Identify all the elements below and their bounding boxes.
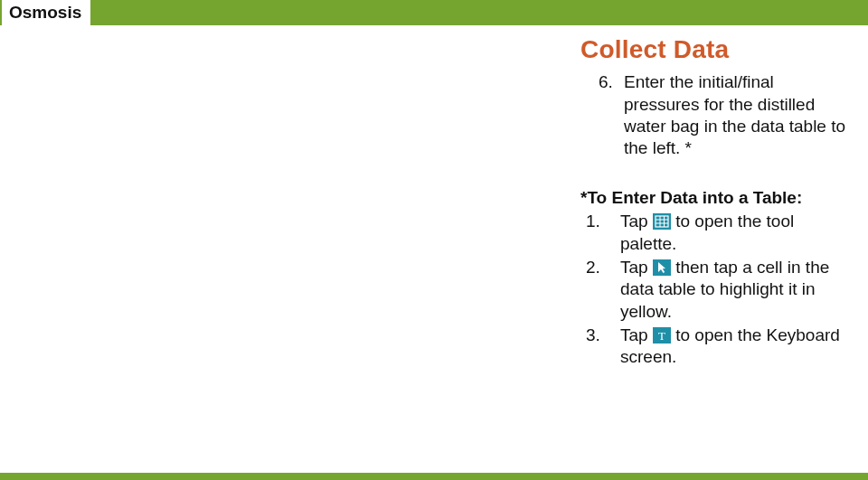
substep-3: 3. Tap T to open the Keyboard screen. — [584, 325, 852, 369]
substep-1-marker: 1. — [586, 211, 600, 232]
table-tool-icon — [653, 213, 671, 230]
header-strip: Osmosis — [2, 0, 90, 25]
page-title: Osmosis — [9, 0, 81, 25]
substep-2: 2. Tap then tap a cell in the data table… — [584, 257, 852, 323]
step-6-marker: 6. — [599, 71, 613, 93]
section-heading: Collect Data — [580, 36, 852, 62]
right-column: Collect Data 6. Enter the initial/final … — [580, 36, 852, 371]
main-steps-list: 6. Enter the initial/final pressures for… — [600, 71, 852, 159]
substep-1: 1. Tap to open the tool palette. — [584, 211, 852, 255]
pointer-tool-icon — [653, 259, 671, 276]
subheading: *To Enter Data into a Table: — [580, 187, 852, 210]
step-6: 6. Enter the initial/final pressures for… — [600, 71, 852, 159]
step-6-text: Enter the initial/final pressures for th… — [624, 72, 845, 157]
substep-3-marker: 3. — [586, 325, 600, 346]
text-tool-icon: T — [653, 327, 671, 344]
sub-steps-list: 1. Tap to open the tool palette. — [584, 211, 852, 368]
spacer — [580, 160, 852, 185]
substep-1-pre: Tap — [620, 212, 653, 231]
svg-text:T: T — [658, 329, 665, 343]
substep-2-pre: Tap — [620, 258, 653, 277]
content-area: Collect Data 6. Enter the initial/final … — [0, 25, 868, 473]
slide: Osmosis Collect Data 6. Enter the initia… — [0, 0, 868, 480]
substep-2-marker: 2. — [586, 257, 600, 278]
substep-3-pre: Tap — [620, 325, 653, 344]
footer-bar — [0, 473, 868, 480]
header-bar: Osmosis — [0, 0, 868, 25]
